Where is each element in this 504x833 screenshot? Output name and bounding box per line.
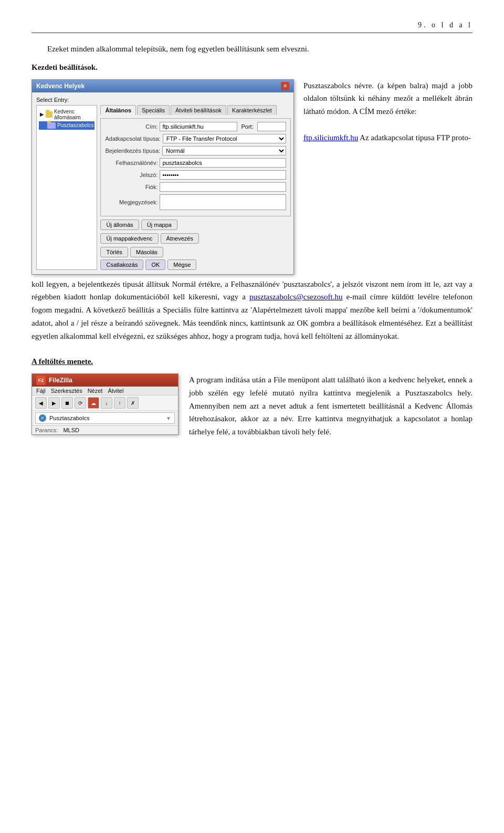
- adatkapcsolat-label: Adatkapcsolat típusa:: [105, 136, 160, 142]
- parancs-label: Parancs:: [35, 427, 58, 433]
- toolbar-btn-3[interactable]: ⏹: [61, 397, 73, 409]
- ftp-link[interactable]: ftp.siliciumkft.hu: [303, 133, 358, 142]
- menu-szerkesztes[interactable]: Szerkesztés: [51, 388, 82, 394]
- megjegyzes-row: Megjegyzések:: [105, 194, 286, 210]
- section2: A feltöltés menete. FZ FileZilla Fájl Sz…: [32, 355, 472, 439]
- ftp-dialog: Kedvenc Helyek ✕ Select Entry: ▶ Kedvenc…: [32, 79, 294, 275]
- jelszo-row: Jelszó:: [105, 170, 286, 180]
- rename-button[interactable]: Átnevezés: [161, 233, 199, 244]
- toolbar-btn-8[interactable]: ✗: [127, 397, 139, 409]
- fiok-label: Fiók:: [105, 184, 158, 190]
- menu-fajl[interactable]: Fájl: [36, 388, 46, 394]
- port-input[interactable]: [257, 122, 286, 131]
- bejelentkezes-select[interactable]: Normál: [162, 146, 286, 155]
- fz-titlebar: FZ FileZilla: [32, 374, 178, 387]
- dialog-left-right: ▶ Kedvenc állomásaim Pusztaszabolcs Álta…: [36, 105, 289, 270]
- dialog-titlebar: Kedvenc Helyek ✕: [32, 80, 293, 92]
- tab-altalanos[interactable]: Általános: [100, 105, 136, 115]
- bejelentkezes-label: Bejelentkezés típusa:: [105, 148, 160, 154]
- parancs-value: MLSD: [63, 427, 79, 433]
- toolbar-btn-1[interactable]: ◀: [35, 397, 47, 409]
- dialog-tree: ▶ Kedvenc állomásaim Pusztaszabolcs: [36, 105, 97, 270]
- delete-button[interactable]: Törlés: [100, 247, 128, 257]
- filezilla-dialog: FZ FileZilla Fájl Szerkesztés Nézet Átvi…: [32, 373, 178, 435]
- filezilla-icon: FZ: [36, 376, 46, 385]
- jelszo-label: Jelszó:: [105, 172, 158, 178]
- menu-nezet[interactable]: Nézet: [88, 388, 103, 394]
- tab-karakterkeszlet[interactable]: Karakterkészlet: [227, 105, 277, 115]
- felhasznalonev-input[interactable]: [160, 158, 286, 168]
- dialog-form-panel: Általános Speciális Átviteli beállítások…: [100, 105, 290, 270]
- section2-right-text: A program indítása után a File menüpont …: [189, 373, 472, 439]
- toolbar-btn-4[interactable]: ⟳: [75, 397, 86, 409]
- megjegyzes-label: Megjegyzések:: [105, 199, 158, 205]
- ok-button[interactable]: OK: [145, 259, 165, 270]
- dialog-bottom-buttons3: Törlés Másolás: [100, 247, 290, 257]
- fz-site-icon: P: [39, 414, 46, 422]
- adatkapcsolat-select[interactable]: FTP - File Transfer Protocol: [163, 134, 286, 143]
- jelszo-input[interactable]: [160, 170, 286, 180]
- tree-item-favorites[interactable]: ▶ Kedvenc állomásaim: [39, 108, 94, 121]
- folder-icon-selected: [47, 122, 56, 129]
- section1-continuation: koll legyen, a bejelentkezés tipusát áll…: [32, 278, 472, 343]
- section1-content: Kedvenc Helyek ✕ Select Entry: ▶ Kedvenc…: [32, 79, 472, 275]
- dialog-bottom-buttons4: Csatlakozás OK Mégse: [100, 259, 290, 270]
- connect-button[interactable]: Csatlakozás: [100, 259, 143, 270]
- tab-atviteli[interactable]: Átviteli beállítások: [171, 105, 226, 115]
- cim-input[interactable]: [160, 122, 237, 131]
- menu-atvitel[interactable]: Átvitel: [108, 388, 123, 394]
- toolbar-btn-7[interactable]: ↑: [114, 397, 125, 409]
- new-folder-button[interactable]: Új mappa: [141, 220, 177, 230]
- dialog-bottom-buttons: Új állomás Új mappa: [100, 220, 290, 230]
- fz-menubar: Fájl Szerkesztés Nézet Átvitel: [32, 387, 178, 395]
- tab-specialis[interactable]: Speciális: [137, 105, 170, 115]
- dialog-close-button[interactable]: ✕: [281, 82, 289, 90]
- dialog-tabs: Általános Speciális Átviteli beállítások…: [100, 105, 290, 115]
- port-label: Port:: [241, 123, 253, 130]
- dialog-body: Select Entry: ▶ Kedvenc állomásaim Puszt…: [32, 92, 293, 274]
- fz-status-bar: Parancs: MLSD: [32, 425, 178, 434]
- intro-paragraph: Ezeket minden alkalommal telepítsük, nem…: [32, 43, 472, 56]
- folder-icon: [46, 111, 52, 118]
- fiok-row: Fiók:: [105, 182, 286, 192]
- email-link[interactable]: pusztaszabolcs@csezosoft.hu: [249, 293, 343, 301]
- fz-toolbar: ◀ ▶ ⏹ ⟳ ☁ ↓ ↑ ✗: [32, 395, 178, 411]
- section1-right-text: Pusztaszabolcs névre. (a képen balra) ma…: [303, 79, 472, 144]
- dialog-bottom-buttons2: Új mappakedvenc Átnevezés: [100, 233, 290, 244]
- select-entry-label: Select Entry:: [36, 97, 289, 103]
- section2-title: A feltöltés menete.: [32, 355, 472, 368]
- cim-label: Cím:: [105, 123, 158, 130]
- section1-title: Kezdeti beállítások.: [32, 61, 472, 74]
- copy-button[interactable]: Másolás: [130, 247, 163, 257]
- adatkapcsolat-row: Adatkapcsolat típusa: FTP - File Transfe…: [105, 134, 286, 143]
- toolbar-btn-6[interactable]: ↓: [101, 397, 112, 409]
- felhasznalonev-label: Felhasználónév:: [105, 160, 158, 166]
- dialog-title: Kedvenc Helyek: [36, 82, 85, 90]
- new-mappakedvenc-button[interactable]: Új mappakedvenc: [100, 233, 158, 244]
- section2-content: FZ FileZilla Fájl Szerkesztés Nézet Átvi…: [32, 373, 472, 439]
- fz-site-row[interactable]: P Pusztaszabolcs ▼: [35, 412, 175, 424]
- cim-row: Cím: Port:: [105, 122, 286, 131]
- felhasznalonev-row: Felhasználónév:: [105, 158, 286, 168]
- megjegyzes-input[interactable]: [160, 194, 286, 210]
- new-station-button[interactable]: Új állomás: [100, 220, 139, 230]
- page-number: 9. o l d a l: [32, 21, 472, 33]
- bejelentkezes-row: Bejelentkezés típusa: Normál: [105, 146, 286, 155]
- toolbar-btn-5[interactable]: ☁: [88, 397, 99, 409]
- tree-item-pusztaszabolcs[interactable]: Pusztaszabolcs: [39, 121, 94, 130]
- toolbar-btn-2[interactable]: ▶: [48, 397, 60, 409]
- fiok-input[interactable]: [160, 182, 286, 192]
- dialog-form: Cím: Port: Adatkapcsolat típusa: FTP - F…: [100, 118, 290, 216]
- cancel-button[interactable]: Mégse: [167, 259, 196, 270]
